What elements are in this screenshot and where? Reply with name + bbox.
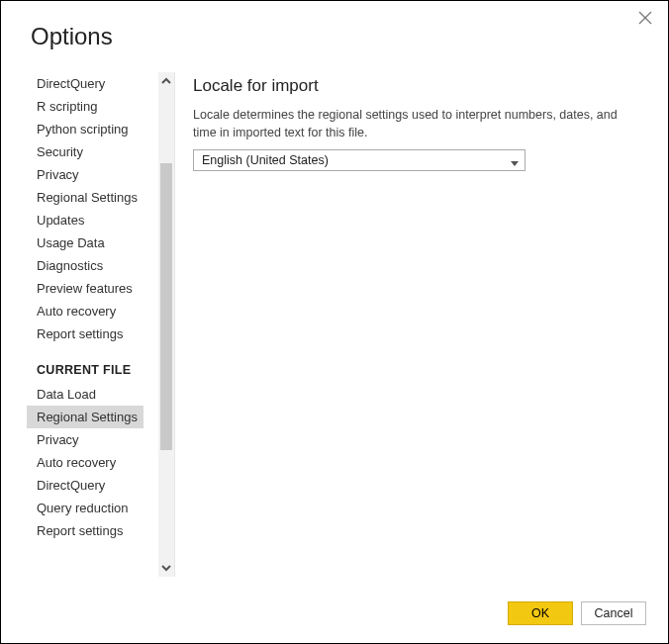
dialog-footer: OK Cancel — [508, 601, 646, 625]
main-pane: Locale for import Locale determines the … — [175, 72, 668, 577]
sidebar-item-python-scripting[interactable]: Python scripting — [27, 118, 143, 140]
locale-dropdown[interactable]: English (United States) — [193, 149, 526, 171]
sidebar-item-diagnostics[interactable]: Diagnostics — [27, 254, 143, 277]
scroll-thumb[interactable] — [160, 163, 172, 450]
cancel-button[interactable]: Cancel — [581, 601, 646, 625]
sidebar-items: DirectQuery R scripting Python scripting… — [27, 72, 143, 542]
pane-description: Locale determines the regional settings … — [193, 106, 638, 141]
svg-marker-2 — [511, 161, 519, 166]
section-header-current-file: CURRENT FILE — [27, 345, 143, 383]
sidebar-item-auto-recovery[interactable]: Auto recovery — [27, 300, 143, 322]
sidebar-item-query-reduction[interactable]: Query reduction — [27, 497, 143, 519]
sidebar-item-preview-features[interactable]: Preview features — [27, 277, 143, 300]
sidebar-item-usage-data[interactable]: Usage Data — [27, 231, 143, 254]
sidebar-item-report-settings[interactable]: Report settings — [27, 322, 143, 345]
sidebar: DirectQuery R scripting Python scripting… — [27, 72, 175, 577]
sidebar-item-privacy[interactable]: Privacy — [27, 163, 143, 186]
content-row: DirectQuery R scripting Python scripting… — [1, 72, 668, 577]
sidebar-item-auto-recovery-current[interactable]: Auto recovery — [27, 451, 143, 474]
sidebar-item-privacy-current[interactable]: Privacy — [27, 428, 143, 451]
sidebar-item-data-load[interactable]: Data Load — [27, 383, 143, 406]
sidebar-item-r-scripting[interactable]: R scripting — [27, 95, 143, 118]
locale-selected-value: English (United States) — [202, 153, 329, 167]
chevron-down-icon — [511, 156, 519, 164]
sidebar-item-report-settings-current[interactable]: Report settings — [27, 519, 143, 542]
sidebar-item-regional-settings[interactable]: Regional Settings — [27, 186, 143, 209]
sidebar-item-regional-settings-current[interactable]: Regional Settings — [27, 406, 143, 428]
sidebar-item-security[interactable]: Security — [27, 140, 143, 163]
sidebar-item-updates[interactable]: Updates — [27, 209, 143, 231]
scroll-up-button[interactable] — [158, 72, 174, 90]
dialog-title: Options — [1, 1, 668, 50]
close-button[interactable] — [638, 11, 654, 27]
sidebar-item-directquery-current[interactable]: DirectQuery — [27, 474, 143, 497]
pane-heading: Locale for import — [193, 76, 638, 96]
sidebar-item-directquery[interactable]: DirectQuery — [27, 72, 143, 95]
scroll-down-button[interactable] — [158, 559, 174, 577]
ok-button[interactable]: OK — [508, 601, 573, 625]
sidebar-scrollbar[interactable] — [158, 72, 174, 577]
